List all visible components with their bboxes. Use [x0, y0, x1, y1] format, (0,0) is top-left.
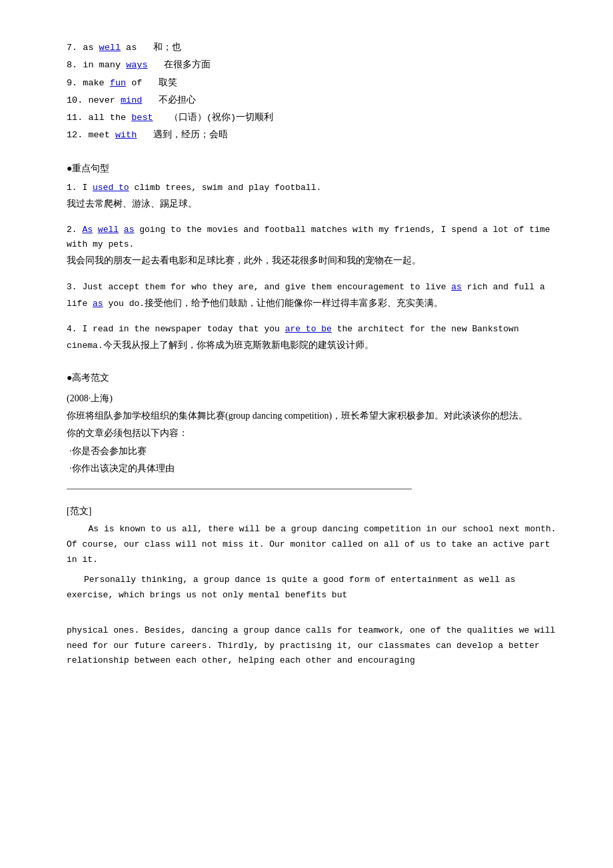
- vocab-num-8: 8. in many: [67, 60, 126, 70]
- sentence-2-link-well[interactable]: well: [98, 225, 119, 235]
- vocab-num-11: 11. all the: [67, 113, 131, 123]
- vocab-link-mind[interactable]: mind: [121, 95, 142, 105]
- vocab-num-10: 10. never: [67, 95, 121, 105]
- sentence-2-link-as2[interactable]: as: [124, 225, 135, 235]
- sentence-4-en: 4. I read in the newspaper today that yo…: [67, 322, 560, 353]
- vocab-link-well[interactable]: well: [99, 43, 121, 53]
- vocab-link-fun[interactable]: fun: [110, 78, 126, 88]
- sentence-3-link-as[interactable]: as: [451, 282, 462, 292]
- gaokao-title: ●高考范文: [67, 369, 560, 386]
- gaokao-section: ●高考范文 (2008·上海) 你班将组队参加学校组织的集体舞比赛(group …: [67, 369, 560, 478]
- vocab-num-7: 7. as: [67, 43, 99, 53]
- vocab-item-9: 9. make fun of 取笑: [67, 75, 560, 91]
- vocab-text-10: 不必担心: [142, 95, 195, 105]
- fanwen-para-1: As is known to us all, there will be a g…: [67, 522, 560, 567]
- sentence-2-en: 2. As well as going to the movies and fo…: [67, 223, 560, 252]
- sentence-3-zh-inline: 接受他们，给予他们鼓励，让他们能像你一样过得丰富多彩、充实美满。: [145, 298, 443, 308]
- section-divider: [67, 489, 412, 489]
- vocab-text-8: 在很多方面: [148, 60, 211, 70]
- vocab-item-10: 10. never mind 不必担心: [67, 93, 560, 109]
- fanwen-label: [范文]: [67, 503, 560, 519]
- fanwen-section: [范文] As is known to us all, there will b…: [67, 503, 560, 603]
- fanwen-para-3: physical ones. Besides, dancing a group …: [67, 623, 560, 669]
- vocab-item-8: 8. in many ways 在很多方面: [67, 57, 560, 73]
- vocab-text-11: （口语）(祝你)一切顺利: [153, 113, 274, 123]
- gaokao-requirement-title: 你的文章必须包括以下内容：: [67, 425, 560, 443]
- sentence-1-en: 1. I used to climb trees, swim and play …: [67, 181, 560, 195]
- sentence-1-link[interactable]: used to: [93, 183, 129, 193]
- sentence-2-link-as1[interactable]: As: [82, 225, 93, 235]
- vocab-link-with[interactable]: with: [115, 130, 137, 140]
- gaokao-year: (2008·上海): [67, 390, 560, 407]
- sentence-block-2: 2. As well as going to the movies and fo…: [67, 223, 560, 269]
- key-sentences-section: ●重点句型 1. I used to climb trees, swim and…: [67, 160, 560, 353]
- vocab-num-9: 9. make: [67, 78, 110, 88]
- sentence-3-en: 3. Just accept them for who they are, an…: [67, 280, 560, 311]
- vocab-link-best[interactable]: best: [131, 113, 153, 123]
- fanwen-continuation: physical ones. Besides, dancing a group …: [67, 623, 560, 669]
- sentence-block-3: 3. Just accept them for who they are, an…: [67, 280, 560, 311]
- sentence-block-1: 1. I used to climb trees, swim and play …: [67, 181, 560, 212]
- fanwen-para-2: Personally thinking, a group dance is qu…: [67, 573, 560, 603]
- sentence-2-zh: 我会同我的朋友一起去看电影和足球比赛，此外，我还花很多时间和我的宠物在一起。: [67, 252, 560, 269]
- sentence-4-link[interactable]: are to be: [285, 324, 332, 334]
- sentence-3-link-as2[interactable]: as: [93, 299, 103, 309]
- gaokao-description: 你班将组队参加学校组织的集体舞比赛(group dancing competit…: [67, 407, 560, 425]
- vocab-text-12: 遇到，经历；会晤: [137, 130, 227, 140]
- key-sentences-title: ●重点句型: [67, 160, 560, 177]
- sentence-1-zh: 我过去常爬树、游泳、踢足球。: [67, 195, 560, 212]
- sentence-block-4: 4. I read in the newspaper today that yo…: [67, 322, 560, 353]
- vocab-num-12: 12. meet: [67, 130, 115, 140]
- vocab-text-9: of 取笑: [126, 78, 177, 88]
- vocab-item-12: 12. meet with 遇到，经历；会晤: [67, 127, 560, 143]
- fanwen-body: As is known to us all, there will be a g…: [67, 522, 560, 603]
- gaokao-req-2: ·你作出该决定的具体理由: [69, 460, 560, 478]
- vocab-item-7: 7. as well as 和；也: [67, 40, 560, 56]
- vocab-link-ways[interactable]: ways: [126, 60, 147, 70]
- vocab-item-11: 11. all the best （口语）(祝你)一切顺利: [67, 110, 560, 126]
- vocab-list: 7. as well as 和；也 8. in many ways 在很多方面 …: [67, 40, 560, 144]
- gaokao-req-1: ·你是否会参加比赛: [69, 443, 560, 461]
- vocab-text-7: as 和；也: [121, 43, 181, 53]
- sentence-4-zh-inline: 今天我从报上了解到，你将成为班克斯敦新电影院的建筑设计师。: [103, 340, 374, 350]
